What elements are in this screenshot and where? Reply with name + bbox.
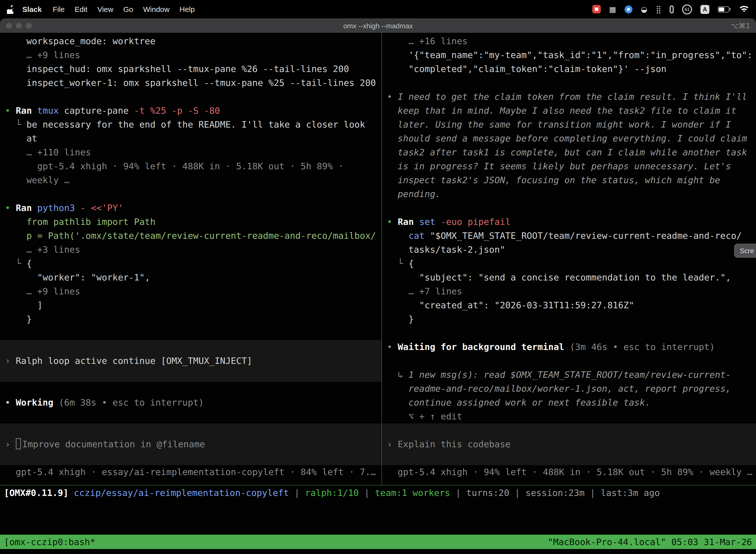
text-segment: … +7 lines	[387, 286, 462, 296]
terminal-row: • Ran python3 - <<'PY'	[0, 201, 381, 215]
text-segment: |	[450, 488, 466, 498]
terminal-row: cat "$OMX_TEAM_STATE_ROOT/team/review-cu…	[382, 229, 756, 243]
text-segment	[68, 488, 74, 498]
text-segment: "worker": "worker-1",	[5, 272, 150, 282]
screen-edge-tooltip[interactable]: Scre	[734, 244, 756, 258]
menu-go[interactable]: Go	[118, 5, 138, 13]
minimize-button[interactable]	[16, 22, 22, 29]
text-segment: cat	[408, 230, 425, 241]
terminal-row: later. Using the same for transition mig…	[382, 118, 756, 131]
menu-help[interactable]: Help	[175, 5, 200, 13]
terminal-row: gpt-5.4 xhigh · 94% left · 488K in · 5.1…	[0, 159, 381, 173]
text-segment: ]	[5, 300, 43, 310]
slim-app-icon[interactable]	[670, 5, 674, 13]
apple-menu-icon[interactable]	[7, 5, 14, 14]
window-title-bar[interactable]: omx --xhigh --madmax ⌥⌘1	[0, 18, 756, 33]
terminal-row: ⌥ + ↑ edit	[382, 409, 756, 424]
text-segment: from pathlib import Path	[5, 216, 155, 227]
text-segment: |	[509, 488, 525, 498]
text-segment: •	[387, 216, 397, 227]
text-segment: … +9 lines	[5, 286, 80, 296]
menu-window[interactable]: Window	[138, 5, 175, 13]
text-segment: Explain this codebase	[397, 439, 510, 449]
text-segment: last:3m ago	[601, 488, 660, 498]
terminal-row: workspace_mode: worktree	[0, 34, 381, 48]
text-segment: at	[5, 133, 37, 144]
text-segment: Ran	[397, 216, 419, 227]
terminal-row: … +110 lines	[0, 146, 381, 159]
text-segment: Ralph loop active continue [OMX_TMUX_INJ…	[16, 355, 252, 366]
text-segment: … +9 lines	[5, 50, 80, 60]
text-segment: gpt-5.4 xhigh · 94% left · 488K in · 5.1…	[5, 161, 343, 171]
terminal-row	[0, 451, 381, 465]
terminal-row: pending.	[382, 187, 756, 201]
terminal-row: gpt-5.4 xhigh · essay/ai-reimplementatio…	[0, 465, 381, 479]
text-segment: keep that in mind. Maybe I also need the…	[387, 105, 737, 116]
terminal-row: • Ran set -euo pipefail	[382, 215, 756, 229]
terminal-row	[0, 409, 381, 424]
text-segment: python3	[37, 203, 75, 213]
terminal-row: inspect_worker-1: omx sparkshell --tmux-…	[0, 76, 381, 90]
window-grid-icon[interactable]: ▦	[609, 5, 616, 14]
terminal-row: p = Path('.omx/state/team/review-current…	[0, 229, 381, 243]
text-segment: pending.	[387, 189, 441, 199]
text-segment: tmux	[37, 105, 59, 116]
composer-input[interactable]: › Improve documentation in @filename	[0, 437, 381, 451]
window-title: omx --xhigh --madmax	[343, 21, 413, 30]
terminal-row: continue assigned work or next feasible …	[382, 396, 756, 409]
terminal-row	[0, 424, 381, 437]
zoom-button[interactable]	[26, 22, 32, 29]
text-segment: - <<'PY'	[75, 203, 123, 213]
screen-recording-indicator-icon[interactable]	[592, 5, 601, 13]
text-segment: "created_at": "2026-03-31T11:59:27.816Z"	[387, 300, 634, 310]
blue-app-icon[interactable]	[625, 5, 632, 13]
screen: Slack FileEditViewGoWindowHelp ▦ ◒ ⣿ 61 …	[0, 0, 756, 554]
composer-input[interactable]: › Explain this codebase	[382, 437, 756, 451]
dark-app-icon[interactable]: ◒	[641, 5, 647, 14]
terminal-row: ]	[0, 298, 381, 312]
terminal-row	[0, 326, 381, 340]
terminal-row	[0, 340, 381, 354]
terminal-window: omx --xhigh --madmax ⌥⌘1 workspace_mode:…	[0, 18, 756, 554]
terminal-row: … +7 lines	[382, 284, 756, 298]
dots-grid-icon[interactable]: ⣿	[656, 5, 661, 14]
input-source-icon[interactable]: A	[700, 5, 709, 14]
menu-app-name[interactable]: Slack	[22, 5, 42, 13]
menu-edit[interactable]: Edit	[70, 5, 92, 13]
right-pane[interactable]: … +16 lines '{"team_name":"my-team","tas…	[382, 33, 756, 485]
terminal-row: • I need to get the claim token from the…	[382, 90, 756, 104]
terminal-row: › Ralph loop active continue [OMX_TMUX_I…	[0, 354, 381, 368]
text-segment: team:1 workers	[375, 488, 450, 498]
text-segment: Ran	[16, 203, 37, 213]
menu-view[interactable]: View	[92, 5, 118, 13]
text-segment: is in progress? It seems likely but perh…	[387, 161, 731, 171]
terminal-row: • Ran tmux capture-pane -t %25 -p -S -80	[0, 104, 381, 118]
close-button[interactable]	[6, 22, 12, 29]
text-segment: |	[289, 488, 305, 498]
stop-icon	[594, 7, 598, 11]
text-segment: inspect task2's JSON, focusing on the st…	[387, 175, 720, 185]
battery-icon[interactable]	[718, 6, 731, 12]
wifi-icon[interactable]	[739, 5, 749, 13]
terminal-row: ↳ 1 new msg(s): read $OMX_TEAM_STATE_ROO…	[382, 368, 756, 382]
terminal-row: "subject": "send a concise recommendatio…	[382, 271, 756, 284]
text-segment: └	[387, 258, 408, 269]
battery-gauge-icon[interactable]: 61	[682, 4, 692, 14]
text-segment: ›	[5, 439, 16, 449]
tmux-host-clock: "MacBook-Pro-44.local" 05:03 31-Mar-26	[548, 537, 752, 547]
macos-menu-bar: Slack FileEditViewGoWindowHelp ▦ ◒ ⣿ 61 …	[0, 0, 756, 18]
terminal-row: • Working (6m 38s • esc to interrupt)	[0, 396, 381, 409]
terminal-row	[0, 187, 381, 201]
text-segment: capture-pane	[59, 105, 134, 116]
terminal-row	[382, 201, 756, 215]
terminal-row: inspect task2's JSON, focusing on the st…	[382, 173, 756, 187]
terminal-row: }	[0, 312, 381, 326]
menu-file[interactable]: File	[48, 5, 69, 13]
left-pane[interactable]: workspace_mode: worktree … +9 lines insp…	[0, 33, 381, 485]
text-segment: turns:20	[466, 488, 509, 498]
text-segment: cczip/essay/ai-reimplementation-copyleft	[74, 488, 289, 498]
battery-body	[718, 6, 729, 12]
terminal-row	[0, 382, 381, 396]
text-segment: should send a message before completing …	[387, 133, 747, 144]
text-segment: gpt-5.4 xhigh · 94% left · 488K in · 5.1…	[387, 466, 753, 477]
